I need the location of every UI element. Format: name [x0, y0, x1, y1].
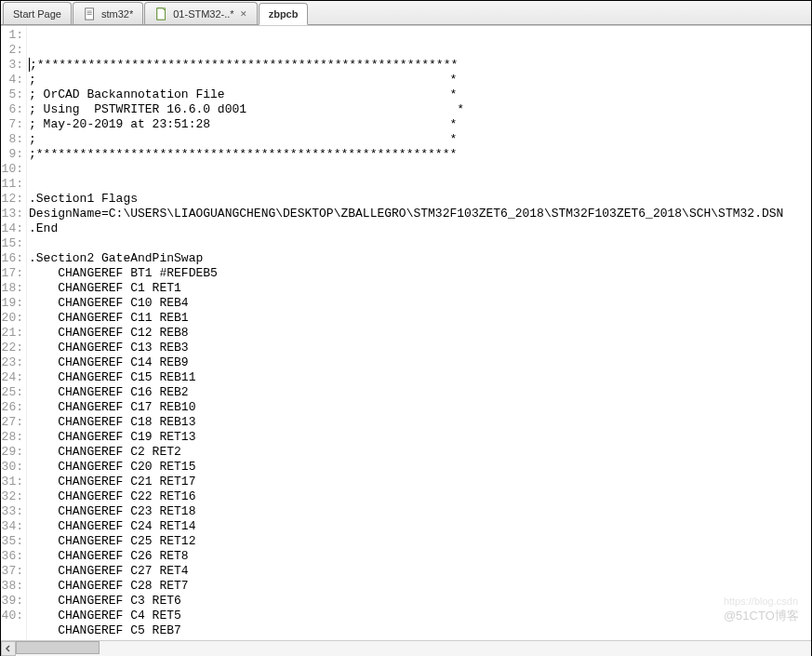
line-number: 6: [1, 102, 23, 117]
code-line: CHANGEREF C18 REB13: [29, 415, 811, 430]
svg-rect-3: [87, 14, 91, 15]
line-number: 7: [1, 117, 23, 132]
code-line: .Section1 Flags: [29, 192, 811, 207]
code-line: CHANGEREF C22 RET16: [29, 489, 811, 504]
code-line: CHANGEREF C15 REB11: [29, 370, 811, 385]
code-line: CHANGEREF C10 REB4: [29, 296, 811, 311]
scroll-left-button[interactable]: [1, 641, 16, 656]
line-number: 4: [1, 73, 23, 87]
code-line: .Section2 GateAndPinSwap: [29, 251, 811, 266]
line-number: 32: [1, 489, 23, 504]
horizontal-scrollbar[interactable]: [1, 640, 811, 655]
tab-label: 01-STM32-..*: [173, 8, 233, 20]
line-number: 1: [1, 28, 23, 43]
code-line: CHANGEREF C28 RET7: [29, 579, 811, 594]
tab-label: Start Page: [13, 8, 61, 20]
line-number: 30: [1, 460, 23, 475]
line-number: 25: [1, 385, 23, 400]
code-content[interactable]: ;***************************************…: [27, 26, 811, 640]
code-line: CHANGEREF C5 REB7: [29, 623, 811, 638]
code-line: CHANGEREF C12 REB8: [29, 326, 811, 341]
line-number: 39: [1, 594, 23, 609]
line-number: 8: [1, 132, 23, 147]
tab-01-stm32[interactable]: 01-STM32-..* ✕: [144, 2, 257, 24]
code-line: ; Using PSTWRITER 16.6.0 d001 *: [29, 102, 811, 117]
code-line: CHANGEREF C19 RET13: [29, 430, 811, 445]
code-line: ; *: [29, 132, 811, 147]
line-number: 26: [1, 400, 23, 415]
line-number: 15: [1, 236, 23, 251]
line-number: 35: [1, 534, 23, 549]
tab-label: stm32*: [101, 8, 133, 20]
line-number: 23: [1, 355, 23, 370]
line-number: 10: [1, 162, 23, 177]
code-line: CHANGEREF C1 RET1: [29, 281, 811, 296]
code-line: DesignName=C:\USERS\LIAOGUANGCHENG\DESKT…: [29, 207, 811, 221]
editor-area: 1234567891011121314151617181920212223242…: [1, 25, 811, 640]
line-number: 31: [1, 475, 23, 489]
line-number: 33: [1, 504, 23, 519]
code-line: CHANGEREF C21 RET17: [29, 475, 811, 489]
editor-window: Start Page stm32* 01-STM32-..* ✕ zbpcb 1…: [0, 0, 812, 656]
code-line: CHANGEREF C17 REB10: [29, 400, 811, 415]
document-icon: [83, 7, 98, 21]
tab-label: zbpcb: [269, 8, 299, 20]
code-line: CHANGEREF C23 RET18: [29, 504, 811, 519]
code-line: CHANGEREF BT1 #REFDEB5: [29, 266, 811, 281]
scroll-thumb[interactable]: [16, 641, 100, 654]
line-number: 21: [1, 326, 23, 341]
line-number: 12: [1, 192, 23, 207]
code-line: [29, 236, 811, 251]
code-line: CHANGEREF C16 REB2: [29, 385, 811, 400]
code-line: CHANGEREF C3 RET6: [29, 594, 811, 609]
code-line: ;***************************************…: [29, 147, 811, 162]
code-line: ; *: [29, 73, 811, 87]
code-line: CHANGEREF C26 RET8: [29, 549, 811, 564]
code-line: CHANGEREF C2 RET2: [29, 445, 811, 460]
svg-rect-2: [87, 12, 91, 13]
line-number: 3: [1, 58, 23, 73]
line-number: 20: [1, 311, 23, 326]
code-line: CHANGEREF C11 REB1: [29, 311, 811, 326]
code-line: [29, 177, 811, 192]
code-line: CHANGEREF C4 RET5: [29, 609, 811, 623]
line-number: 28: [1, 430, 23, 445]
tab-start-page[interactable]: Start Page: [3, 2, 72, 24]
tab-zbpcb[interactable]: zbpcb: [259, 3, 309, 25]
close-icon[interactable]: ✕: [240, 9, 247, 19]
code-line: CHANGEREF C20 RET15: [29, 460, 811, 475]
line-number: 17: [1, 266, 23, 281]
line-number: 36: [1, 549, 23, 564]
line-number: 29: [1, 445, 23, 460]
scroll-track[interactable]: [16, 641, 811, 656]
code-line: ; OrCAD Backannotation File *: [29, 87, 811, 102]
line-number-gutter: 1234567891011121314151617181920212223242…: [1, 26, 27, 640]
line-number: 40: [1, 609, 23, 623]
line-number: 14: [1, 221, 23, 236]
line-number: 9: [1, 147, 23, 162]
tab-bar: Start Page stm32* 01-STM32-..* ✕ zbpcb: [1, 1, 811, 25]
code-line: CHANGEREF C25 RET12: [29, 534, 811, 549]
line-number: 22: [1, 341, 23, 355]
line-number: 13: [1, 207, 23, 221]
line-number: 5: [1, 87, 23, 102]
code-line: ; May-20-2019 at 23:51:28 *: [29, 117, 811, 132]
line-number: 24: [1, 370, 23, 385]
line-number: 11: [1, 177, 23, 192]
line-number: 27: [1, 415, 23, 430]
page-icon: [154, 7, 169, 21]
code-line: CHANGEREF C13 REB3: [29, 341, 811, 355]
text-cursor: [29, 58, 30, 72]
code-line: ;***************************************…: [29, 58, 811, 73]
code-line: [29, 162, 811, 177]
code-line: CHANGEREF C24 RET14: [29, 519, 811, 534]
line-number: 19: [1, 296, 23, 311]
code-line: CHANGEREF C14 REB9: [29, 355, 811, 370]
line-number: 18: [1, 281, 23, 296]
tab-stm32[interactable]: stm32*: [73, 2, 143, 24]
code-line: .End: [29, 221, 811, 236]
line-number: 38: [1, 579, 23, 594]
line-number: 37: [1, 564, 23, 579]
line-number: 16: [1, 251, 23, 266]
line-number: 34: [1, 519, 23, 534]
